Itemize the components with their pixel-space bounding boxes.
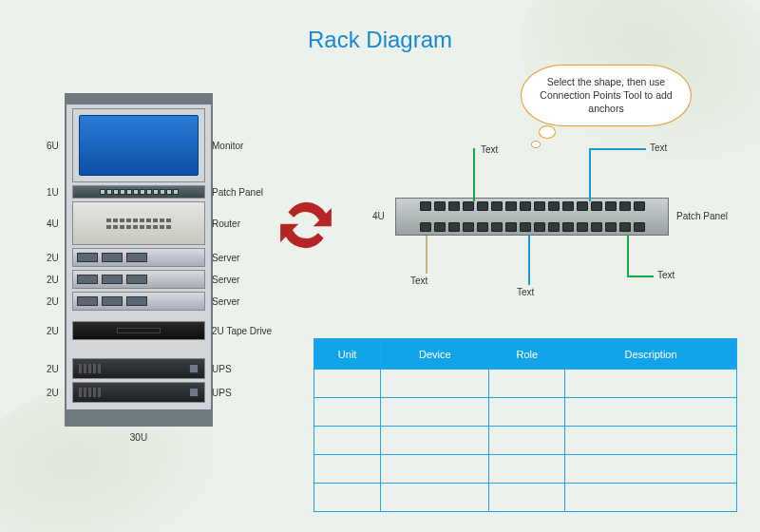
- wire-label[interactable]: Text: [481, 144, 498, 155]
- rack-item-u: 2U: [47, 296, 59, 307]
- rack-frame: 6U Monitor 1U Patch Panel 4U Router 2U S…: [65, 93, 213, 427]
- monitor-screen-icon: [79, 115, 199, 176]
- rack-item-label: Server: [212, 275, 297, 285]
- rack-item-u: 2U: [47, 326, 59, 336]
- rack-item-u: 4U: [47, 218, 59, 229]
- connection-wire[interactable]: [589, 148, 591, 201]
- wire-label[interactable]: Text: [657, 270, 674, 280]
- detail-label: Patch Panel: [676, 211, 728, 221]
- connection-wire[interactable]: [627, 236, 629, 276]
- wire-label[interactable]: Text: [650, 142, 667, 153]
- table-header[interactable]: Unit: [314, 339, 381, 370]
- rack-item-router[interactable]: 4U Router: [72, 201, 205, 245]
- detail-u-label: 4U: [372, 211, 385, 221]
- connection-wire[interactable]: [473, 148, 475, 201]
- refresh-icon: [276, 195, 336, 256]
- table-header[interactable]: Description: [565, 339, 737, 370]
- rack-item-u: 6U: [47, 141, 59, 151]
- table-row[interactable]: [314, 370, 737, 398]
- rack-item-label: 2U Tape Drive: [212, 326, 297, 336]
- table-header[interactable]: Device: [381, 339, 489, 370]
- rack-item-ups[interactable]: 2U UPS: [72, 358, 205, 379]
- page-title: Rack Diagram: [0, 27, 760, 53]
- rack-item-label: Server: [212, 296, 297, 307]
- table-row[interactable]: [314, 484, 737, 512]
- detail-patch-panel[interactable]: [395, 198, 669, 236]
- connection-wire[interactable]: [528, 236, 530, 285]
- connection-wire[interactable]: [589, 148, 646, 150]
- device-table[interactable]: Unit Device Role Description: [314, 338, 737, 512]
- table-row[interactable]: [314, 398, 737, 427]
- rack-item-ups[interactable]: 2U UPS: [72, 382, 205, 403]
- rack-item-u: 2U: [47, 275, 59, 285]
- rack-item-u: 2U: [47, 364, 59, 374]
- port-row-icon: [402, 201, 662, 211]
- rack-item-server[interactable]: 2U Server: [72, 248, 205, 267]
- rack-item-monitor[interactable]: 6U Monitor: [72, 108, 205, 182]
- rack-item-label: UPS: [212, 388, 297, 398]
- table-header[interactable]: Role: [489, 339, 565, 370]
- rack[interactable]: 6U Monitor 1U Patch Panel 4U Router 2U S…: [65, 93, 213, 427]
- rack-item-server[interactable]: 2U Server: [72, 270, 205, 289]
- ports-icon: [100, 189, 179, 195]
- port-row-icon: [402, 222, 662, 232]
- table-row[interactable]: [314, 455, 737, 484]
- rack-item-u: 1U: [47, 187, 59, 198]
- table-row[interactable]: [314, 427, 737, 455]
- wire-label[interactable]: Text: [517, 287, 534, 297]
- callout-tip: Select the shape, then use Connection Po…: [521, 65, 692, 126]
- rack-item-tape-drive[interactable]: 2U 2U Tape Drive: [72, 321, 205, 340]
- rack-total-u: 30U: [65, 432, 213, 443]
- wire-label[interactable]: Text: [410, 276, 428, 286]
- rack-item-u: 2U: [47, 388, 59, 398]
- connection-wire[interactable]: [627, 276, 654, 277]
- rack-item-u: 2U: [47, 253, 59, 263]
- connection-wire[interactable]: [426, 236, 428, 274]
- table-body: [314, 370, 737, 512]
- rack-item-patch-panel[interactable]: 1U Patch Panel: [72, 185, 205, 199]
- rack-item-server[interactable]: 2U Server: [72, 292, 205, 311]
- rack-item-label: Monitor: [212, 141, 297, 151]
- rack-item-label: UPS: [212, 364, 297, 374]
